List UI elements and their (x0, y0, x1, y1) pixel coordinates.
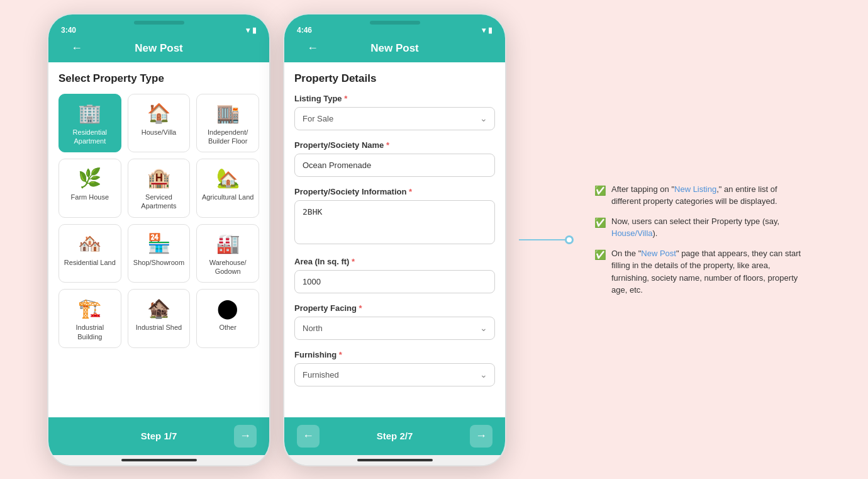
required-star-1: * (344, 94, 347, 103)
property-icon-residential-land: 🏘️ (78, 232, 101, 254)
furnishing-select[interactable]: Furnished Semi-Furnished Unfurnished (294, 363, 495, 386)
home-indicator-1 (48, 455, 269, 465)
property-item-farm-house[interactable]: 🌿 Farm House (58, 159, 121, 218)
phone2-footer: ← Step 2/7 → (284, 417, 505, 455)
property-icon-shop-showroom: 🏪 (147, 232, 170, 254)
property-item-other[interactable]: ⬤ Other (196, 289, 259, 348)
phone1-header: ← New Post (61, 37, 257, 62)
connector-dot (565, 235, 574, 244)
property-icon-independent-builder: 🏬 (216, 102, 240, 124)
phone2-top: 4:46 ▾ ▮ ← New Post (284, 14, 505, 62)
battery-icon-2: ▮ (488, 26, 492, 35)
required-star-5: * (359, 303, 362, 313)
property-icon-residential-apartment: 🏢 (78, 102, 101, 124)
phone1-body: Select Property Type 🏢 Residential Apart… (48, 62, 269, 417)
property-label-house-villa: House/Villa (142, 128, 176, 137)
time-1: 3:40 (61, 26, 76, 35)
property-item-industrial-building[interactable]: 🏗️ Industrial Building (58, 289, 121, 348)
property-label-industrial-shed: Industrial Shed (136, 323, 182, 332)
check-icon-2: ✅ (594, 216, 606, 230)
notch (134, 21, 184, 25)
status-bar-2: 4:46 ▾ ▮ (297, 26, 492, 37)
property-label-industrial-building: Industrial Building (63, 323, 117, 341)
step-1: Step 1/7 (141, 431, 177, 441)
phone2-header: ← New Post (297, 37, 492, 62)
phone-2: 4:46 ▾ ▮ ← New Post Property Details Lis… (283, 13, 506, 466)
connector-area (519, 239, 569, 240)
property-facing-label: Property Facing * (294, 303, 495, 313)
notch-2 (370, 21, 420, 25)
property-icon-industrial-shed: 🏚️ (147, 297, 170, 319)
wifi-icon-2: ▾ (482, 26, 486, 35)
highlight-house-villa: House/Villa (611, 228, 653, 238)
back-button-2[interactable]: ← (307, 42, 318, 55)
property-item-serviced-apartments[interactable]: 🏨 Serviced Apartments (128, 159, 191, 218)
highlight-new-post: New Post (641, 249, 676, 258)
check-icon-3: ✅ (594, 248, 606, 262)
property-label-independent-builder: Independent/ Builder Floor (201, 128, 255, 146)
back-button-1[interactable]: ← (71, 42, 82, 55)
listing-type-select[interactable]: For Sale For Rent PG/Co-living (294, 107, 495, 130)
property-label-shop-showroom: Shop/Showroom (133, 258, 184, 267)
furnishing-select-wrapper: Furnished Semi-Furnished Unfurnished ⌄ (294, 363, 495, 386)
phone2-title: New Post (370, 42, 419, 55)
property-label-other: Other (219, 323, 236, 332)
property-label-agricultural-land: Agricultural Land (202, 193, 254, 201)
property-icon-farm-house: 🌿 (78, 167, 101, 189)
property-label-serviced-apartments: Serviced Apartments (132, 193, 186, 211)
property-facing-select[interactable]: North South East West (294, 317, 495, 340)
phone2-body: Property Details Listing Type * For Sale… (284, 62, 505, 417)
property-label-residential-land: Residential Land (64, 258, 116, 267)
property-facing-group: Property Facing * North South East West … (294, 303, 495, 340)
connector-line (519, 239, 569, 240)
phone1-top: 3:40 ▾ ▮ ← New Post (48, 14, 269, 62)
property-item-shop-showroom[interactable]: 🏪 Shop/Showroom (128, 224, 191, 283)
property-type-title: Select Property Type (58, 72, 259, 85)
next-button-2[interactable]: → (470, 425, 492, 448)
status-bar-1: 3:40 ▾ ▮ (61, 26, 257, 37)
property-icon-warehouse-godown: 🏭 (216, 232, 240, 254)
required-star-6: * (339, 350, 342, 359)
annotation-panel: ✅ After tapping on "New Listing," an ent… (582, 171, 821, 309)
furnishing-group: Furnishing * Furnished Semi-Furnished Un… (294, 350, 495, 386)
area-label: Area (In sq. ft) * (294, 257, 495, 266)
property-item-independent-builder[interactable]: 🏬 Independent/ Builder Floor (196, 94, 259, 153)
details-section: Property Details Listing Type * For Sale… (284, 62, 505, 407)
property-label-warehouse-godown: Warehouse/ Godown (201, 258, 255, 276)
step-2: Step 2/7 (377, 431, 413, 441)
society-info-textarea[interactable]: 2BHK (294, 200, 495, 244)
check-icon-1: ✅ (594, 184, 606, 198)
society-name-input[interactable] (294, 154, 495, 177)
property-item-industrial-shed[interactable]: 🏚️ Industrial Shed (128, 289, 191, 348)
property-type-section: Select Property Type 🏢 Residential Apart… (48, 62, 269, 358)
property-item-house-villa[interactable]: 🏠 House/Villa (128, 94, 191, 153)
required-star-3: * (409, 187, 412, 196)
back-button-2-footer[interactable]: ← (297, 425, 320, 448)
property-label-farm-house: Farm House (71, 193, 109, 201)
phone1-title: New Post (135, 42, 183, 55)
property-details-title: Property Details (294, 72, 495, 85)
listing-type-group: Listing Type * For Sale For Rent PG/Co-l… (294, 94, 495, 130)
property-item-warehouse-godown[interactable]: 🏭 Warehouse/ Godown (196, 224, 259, 283)
society-info-group: Property/Society Information * 2BHK (294, 187, 495, 247)
property-label-residential-apartment: Residential Apartment (63, 128, 117, 146)
area-input[interactable] (294, 270, 495, 293)
property-item-residential-apartment[interactable]: 🏢 Residential Apartment (58, 94, 121, 153)
status-icons-1: ▾ ▮ (246, 26, 257, 35)
society-info-label: Property/Society Information * (294, 187, 495, 196)
property-icon-serviced-apartments: 🏨 (147, 167, 170, 189)
property-item-agricultural-land[interactable]: 🏡 Agricultural Land (196, 159, 259, 218)
highlight-new-listing: New Listing (674, 184, 716, 194)
property-item-residential-land[interactable]: 🏘️ Residential Land (58, 224, 121, 283)
home-bar-2 (357, 459, 433, 461)
next-button-1[interactable]: → (234, 425, 257, 448)
page-wrapper: 3:40 ▾ ▮ ← New Post Select Property Type… (0, 0, 868, 479)
annotation-item-2: ✅ Now, users can select their Property t… (594, 215, 808, 240)
furnishing-label: Furnishing * (294, 350, 495, 359)
phone1-footer: Step 1/7 → (48, 417, 269, 455)
property-icon-other: ⬤ (217, 297, 238, 319)
property-icon-agricultural-land: 🏡 (216, 167, 240, 189)
wifi-icon: ▾ (246, 26, 250, 35)
phone-1: 3:40 ▾ ▮ ← New Post Select Property Type… (47, 13, 270, 466)
property-icon-industrial-building: 🏗️ (78, 297, 101, 319)
